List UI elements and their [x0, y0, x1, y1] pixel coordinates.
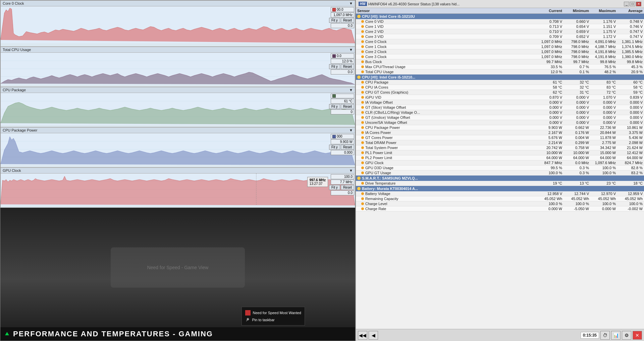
table-row[interactable]: Core 0 Clock 1,097.0 MHz 798.0 MHz 4,091…	[356, 39, 644, 44]
sensor-name: GPU GT Usage	[357, 171, 535, 175]
table-row[interactable]: GPU GT Usage 100.0 % 0.3 % 100.0 % 83.2 …	[356, 170, 644, 176]
table-row[interactable]: Battery Voltage 12.958 V 12.744 V 12.970…	[356, 191, 644, 196]
table-row[interactable]: Charge Rate 0.000 W -5.050 W 0.000 W -0.…	[356, 206, 644, 211]
performance-title: PERFORMANCE AND TEMPERATURES - GAMING	[13, 330, 213, 338]
gpu-clock-scroll-btn[interactable]: ▼	[349, 168, 353, 173]
cpu-package-title: CPU Package ▼	[1, 87, 355, 93]
core0-clock-section: Core 0 Clock ▼ 0	[0, 0, 355, 47]
table-row[interactable]: Total CPU Usage 12.0 % 0.1 % 48.2 % 20.9…	[356, 69, 644, 75]
sensor-name: Core 0 VID	[357, 19, 535, 23]
hwinfo-report-btn[interactable]: 📊	[611, 331, 621, 340]
table-row[interactable]: IA Voltage Offset 0.000 V 0.000 V 0.000 …	[356, 100, 644, 105]
hwinfo-exit-btn[interactable]: ✕	[633, 331, 642, 340]
table-row[interactable]: Core 1 Clock 1,097.0 MHz 798.0 MHz 4,188…	[356, 44, 644, 49]
taskbar-nfs-item[interactable]: Need for Speed Most Wanted	[245, 309, 301, 316]
table-row[interactable]: Core 3 VID 0.709 V 0.652 V 1.172 V 0.747…	[356, 34, 644, 39]
cpu-power-val-top: 000	[331, 134, 354, 139]
sensor-name: GT (Slice) Voltage Offset	[357, 105, 535, 109]
gpu-clock-reset-btn[interactable]: Reset	[341, 185, 354, 190]
table-row[interactable]: CPU IA Cores 58 °C 32 °C 83 °C 58 °C	[356, 85, 644, 90]
table-row[interactable]: Core 1 VID 0.713 V 0.654 V 1.151 V 0.746…	[356, 24, 644, 29]
table-row[interactable]: Core 2 VID 0.710 V 0.659 V 1.175 V 0.747…	[356, 29, 644, 34]
sensor-current: 0.000 V	[535, 100, 562, 104]
sensor-current: 847.7 MHz	[535, 161, 562, 165]
sensor-minimum: 0.3 %	[562, 166, 589, 170]
table-row[interactable]: GT (Slice) Voltage Offset 0.000 V 0.000 …	[356, 105, 644, 110]
table-row[interactable]: Core 3 Clock 1,097.0 MHz 798.0 MHz 4,191…	[356, 54, 644, 59]
table-row[interactable]: CPU GT Cores (Graphics) 62 °C 31 °C 72 °…	[356, 90, 644, 95]
sensor-current: 0.000 W	[535, 207, 562, 211]
sensor-name: Bus Clock	[357, 60, 535, 64]
cpu-power-fity-btn[interactable]: Fit y	[329, 145, 340, 150]
sensor-current: 12.0 %	[535, 70, 562, 74]
hwinfo-close-btn[interactable]: ✕	[636, 2, 641, 6]
table-row[interactable]: GT (Unslice) Voltage Offset 0.000 V 0.00…	[356, 115, 644, 120]
sensor-average: 45.3 %	[616, 65, 643, 69]
sensor-icon	[361, 30, 364, 33]
start-icon[interactable]	[4, 331, 10, 337]
sensor-name: IA Cores Power	[357, 131, 535, 135]
cpu-usage-scroll-btn[interactable]: ▼	[349, 48, 353, 52]
core0-fity-btn[interactable]: Fit y	[329, 18, 340, 23]
core0-reset-btn[interactable]: Reset	[341, 18, 354, 23]
hwinfo-maximize-btn[interactable]: □	[630, 2, 635, 6]
sensor-icon	[361, 141, 364, 144]
table-row[interactable]: Remaining Capacity 45.052 Wh 45.052 Wh 4…	[356, 196, 644, 201]
sensor-icon	[361, 106, 364, 109]
table-row[interactable]: PL1 Power Limit 10.000 W 10.000 W 15.000…	[356, 150, 644, 155]
table-row[interactable]: Core 0 VID 0.708 V 0.660 V 1.176 V 0.748…	[356, 19, 644, 24]
table-row[interactable]: CLR (CBo/LLC/Ring) Voltage O... 0.000 V …	[356, 110, 644, 115]
table-row[interactable]: CPU Package 61 °C 32 °C 83 °C 60 °C	[356, 80, 644, 85]
table-row[interactable]: PL2 Power Limit 64.000 W 64.000 W 64.000…	[356, 155, 644, 160]
cpu-package-scroll-btn[interactable]: ▼	[349, 88, 353, 92]
sensor-maximum: 83 °C	[589, 85, 616, 89]
cpu-power-scroll-btn[interactable]: ▼	[349, 128, 353, 132]
table-row[interactable]: Drive Temperature 19 °C 13 °C 23 °C 18 °…	[356, 181, 644, 186]
sensor-icon	[361, 131, 364, 134]
sensor-name: GPU D3D Usage	[357, 166, 535, 170]
sensor-name: CLR (CBo/LLC/Ring) Voltage O...	[357, 110, 535, 114]
hwinfo-back-btn[interactable]: ◀◀	[358, 331, 367, 340]
table-row[interactable]: IA Cores Power 2.167 W 0.176 W 20.844 W …	[356, 130, 644, 135]
sensor-minimum: 0.3 %	[562, 171, 589, 175]
table-row[interactable]: CPU Package Power 9.903 W 0.662 W 22.736…	[356, 125, 644, 130]
sensor-average: 99.8 MHz	[616, 60, 643, 64]
table-row[interactable]: Charge Level 100.0 % 100.0 % 100.0 % 100…	[356, 201, 644, 206]
cpu-power-reset-btn[interactable]: Reset	[341, 145, 354, 150]
table-row[interactable]: Uncore/SA Voltage Offset 0.000 V 0.000 V…	[356, 120, 644, 125]
core0-scroll-btn[interactable]: ▼	[349, 1, 353, 5]
sensor-icon	[361, 207, 364, 210]
hwinfo-clock-btn[interactable]: ⏱	[600, 331, 610, 340]
cpu-power-btn-row: Fit y Reset	[329, 145, 354, 150]
table-row[interactable]: Max CPU/Thread Usage 33.5 % 0.7 % 76.5 %…	[356, 64, 644, 69]
taskbar-pin-item[interactable]: Pin to taskbar	[245, 316, 301, 323]
cpu-usage-fity-btn[interactable]: Fit y	[329, 64, 340, 69]
table-row[interactable]: Total System Power 20.742 W 0.758 W 34.3…	[356, 145, 644, 150]
sensor-name: Uncore/SA Voltage Offset	[357, 120, 535, 125]
hwinfo-window-buttons: _ □ ✕	[624, 2, 641, 6]
hwinfo-settings-btn[interactable]: ⚙	[622, 331, 631, 340]
cpu-usage-reset-btn[interactable]: Reset	[341, 64, 354, 69]
hwinfo-prev-btn[interactable]: ◀	[369, 331, 378, 340]
sensor-current: 10.000 W	[535, 151, 562, 155]
table-row[interactable]: GPU D3D Usage 99.5 % 0.3 % 100.0 % 82.8 …	[356, 165, 644, 170]
sensor-current: 9.903 W	[535, 126, 562, 130]
sensor-minimum: 0.7 %	[562, 65, 589, 69]
table-row[interactable]: Bus Clock 99.7 MHz 99.7 MHz 99.8 MHz 99.…	[356, 59, 644, 64]
sensor-minimum: 0.659 V	[562, 30, 589, 34]
cpu-package-reset-btn[interactable]: Reset	[341, 104, 354, 109]
gpu-clock-fity-btn[interactable]: Fit y	[329, 185, 340, 190]
sensor-maximum: 99.8 MHz	[589, 60, 616, 64]
cpu-package-val-bot: 0	[331, 109, 354, 114]
sensor-icon	[361, 25, 364, 28]
hwinfo-minimize-btn[interactable]: _	[624, 2, 629, 6]
table-row[interactable]: GT Cores Power 5.676 W 0.004 W 11.878 W …	[356, 135, 644, 140]
table-row[interactable]: iGPU VID 0.870 V 0.000 V 1.070 V 0.839 V	[356, 95, 644, 100]
sensor-average: 58 °C	[616, 85, 643, 89]
sensor-name: GPU Clock	[357, 161, 535, 165]
sensor-icon	[361, 101, 364, 104]
cpu-package-fity-btn[interactable]: Fit y	[329, 104, 340, 109]
table-row[interactable]: Core 2 Clock 1,097.0 MHz 798.0 MHz 4,191…	[356, 49, 644, 54]
table-row[interactable]: Total DRAM Power 2.214 W 0.299 W 2.775 W…	[356, 140, 644, 145]
table-row[interactable]: GPU Clock 847.7 MHz 0.0 MHz 1,097.6 MHz …	[356, 160, 644, 165]
